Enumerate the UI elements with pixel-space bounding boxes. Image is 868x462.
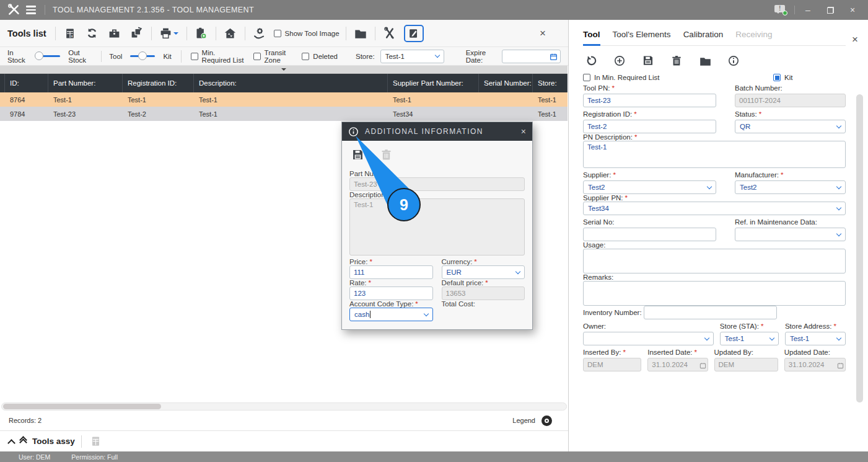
clipboard-add-icon[interactable] — [193, 25, 209, 42]
manufacturer-label: Manufacturer:* — [735, 171, 846, 179]
chevron-down-icon — [704, 335, 709, 340]
in-min-required-checkbox[interactable] — [583, 74, 590, 81]
save-icon[interactable] — [641, 54, 655, 68]
refresh-icon[interactable] — [84, 25, 100, 42]
panel-title: Tools list — [7, 29, 46, 38]
manufacturer-select[interactable]: Test2 — [735, 180, 846, 194]
hand-gear-icon[interactable] — [252, 25, 268, 42]
report-icon[interactable]: x — [62, 25, 78, 42]
copy-move-icon[interactable] — [129, 25, 145, 42]
registration-id-input[interactable] — [583, 120, 716, 133]
owner-select[interactable] — [583, 332, 714, 345]
serial-no-label: Serial No: — [583, 218, 716, 226]
description-textarea: Test-1 — [349, 198, 525, 255]
inventory-number-input[interactable] — [644, 306, 777, 319]
min-required-checkbox[interactable]: Min. Required List — [191, 49, 244, 64]
print-dropdown-caret[interactable] — [173, 32, 178, 37]
inventory-number-label: Inventory Number: — [583, 309, 642, 316]
delete-icon — [378, 146, 394, 162]
ref-maintenance-label: Ref. in Maintenance Data: — [735, 218, 846, 226]
legend-target-icon[interactable] — [541, 415, 552, 426]
chevron-down-icon — [836, 205, 841, 210]
vertical-scrollbar[interactable] — [856, 94, 864, 429]
description-label: Description: — [349, 191, 387, 198]
undo-icon[interactable] — [584, 54, 598, 68]
delete-icon[interactable] — [670, 54, 683, 68]
ref-maintenance-select[interactable] — [735, 228, 846, 241]
deleted-label: Deleted — [313, 53, 338, 60]
show-tool-image-checkbox[interactable]: Show Tool Image — [274, 30, 340, 37]
menu-icon[interactable] — [26, 6, 36, 14]
account-code-type-select[interactable]: cash — [349, 308, 433, 321]
store-address-select[interactable]: Test-1 — [785, 332, 846, 345]
kit-checkbox[interactable] — [773, 74, 781, 81]
app-logo-tools-icon — [7, 4, 20, 16]
double-chevron-up-icon[interactable] — [20, 437, 26, 445]
toolbox-icon[interactable] — [107, 25, 123, 42]
transit-zone-checkbox[interactable]: Transit Zone — [253, 49, 293, 64]
out-stock-label: Out Stock — [68, 49, 92, 64]
horizontal-scrollbar-thumb[interactable] — [3, 404, 161, 409]
print-icon[interactable] — [158, 25, 180, 42]
store-sta-select[interactable]: Test-1 — [720, 332, 779, 345]
tab-calibration[interactable]: Calibration — [683, 30, 724, 46]
price-input[interactable] — [349, 265, 433, 279]
stock-toggle[interactable] — [34, 51, 61, 61]
vertical-scrollbar-thumb[interactable] — [856, 94, 863, 402]
col-part-number[interactable]: Part Number: — [48, 74, 123, 92]
serial-no-input[interactable] — [583, 228, 716, 241]
table-row[interactable]: 8764 Test-1 Test-1 Test-1 Test-1 Test-1 — [0, 92, 568, 107]
supplier-pn-select[interactable]: Test34 — [583, 202, 846, 215]
col-supplier-part-number[interactable]: Supplier Part Number: — [388, 74, 479, 92]
col-description[interactable]: Description: — [194, 74, 388, 92]
deleted-checkbox[interactable]: Deleted — [302, 53, 338, 60]
currency-select[interactable]: EUR — [442, 265, 525, 279]
chevron-up-icon[interactable] — [7, 439, 15, 447]
tab-tool[interactable]: Tool — [583, 30, 600, 46]
close-window-button[interactable]: × — [843, 2, 862, 17]
message-icon[interactable]: ! — [774, 4, 788, 16]
tool-kit-toggle[interactable] — [129, 51, 156, 61]
minimize-button[interactable]: – — [799, 2, 817, 17]
tool-pn-input[interactable] — [583, 94, 716, 107]
cell-registration-id: Test-2 — [123, 107, 194, 121]
supplier-label: Supplier:* — [583, 171, 716, 179]
rate-input[interactable] — [349, 287, 433, 300]
folder-icon[interactable] — [698, 54, 712, 68]
pn-description-textarea[interactable]: Test-1 — [583, 141, 846, 168]
edit-tool-button[interactable] — [404, 25, 424, 42]
home-transfer-icon[interactable] — [222, 25, 239, 42]
info-icon[interactable] — [727, 54, 740, 68]
additional-information-dialog: ADDITIONAL INFORMATION × Part Number: De… — [341, 122, 533, 330]
collapse-filter-strip[interactable] — [0, 66, 568, 74]
add-icon[interactable] — [613, 54, 626, 68]
folder-icon[interactable] — [353, 25, 369, 42]
col-registration-id[interactable]: Registration ID: — [123, 74, 194, 92]
col-store[interactable]: Store: — [533, 74, 568, 92]
supplier-select[interactable]: Test2 — [583, 180, 716, 194]
horizontal-scrollbar[interactable] — [1, 402, 567, 411]
tools-list-toolbar: Tools list x Sh — [0, 20, 568, 47]
remarks-textarea[interactable] — [583, 281, 846, 306]
close-tool-panel-button[interactable]: × — [852, 33, 858, 46]
tools-assy-bar: Tools assy — [0, 431, 568, 451]
calendar-icon[interactable] — [550, 53, 558, 62]
expire-date-input[interactable] — [502, 50, 561, 63]
status-select[interactable]: QR — [735, 120, 846, 133]
col-serial-number[interactable]: Serial Number: — [479, 74, 533, 92]
assy-report-icon[interactable] — [88, 433, 104, 450]
usage-textarea[interactable] — [583, 249, 846, 273]
tab-tools-elements[interactable]: Tool's Elements — [613, 30, 671, 46]
table-row[interactable]: 9784 Test-23 Test-2 Test-1 Test34 Test-1 — [0, 107, 568, 121]
close-tools-list-button[interactable]: × — [540, 27, 546, 40]
expire-date-label: Expire Date: — [466, 49, 496, 64]
close-dialog-button[interactable]: × — [521, 127, 526, 136]
title-bar: TOOL MANAGEMENT 2.1.356 - TOOL MANAGEMEN… — [0, 0, 868, 20]
cell-id: 8764 — [5, 92, 48, 107]
tools-assy-title: Tools assy — [32, 437, 75, 446]
save-icon[interactable] — [349, 146, 366, 162]
restore-button[interactable] — [821, 2, 840, 17]
col-id[interactable]: ID: — [5, 74, 48, 92]
store-select[interactable]: Test-1 — [380, 50, 444, 63]
tools-icon[interactable] — [382, 25, 398, 42]
